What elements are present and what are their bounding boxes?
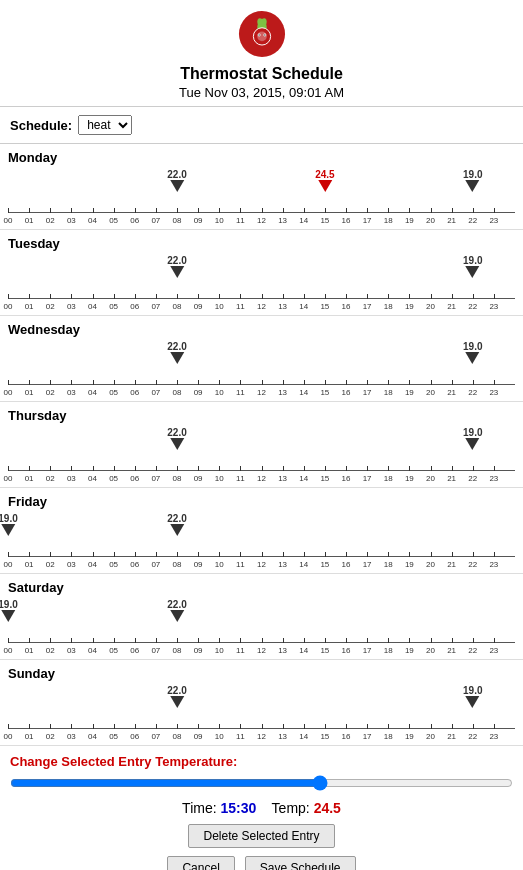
timeline-saturday[interactable]: 0001020304050607080910111213141516171819… [8,597,515,655]
hour-label: 08 [173,732,182,741]
timeline-tuesday[interactable]: 0001020304050607080910111213141516171819… [8,253,515,311]
hour-label: 01 [25,560,34,569]
hour-label: 15 [320,646,329,655]
hour-label: 06 [130,560,139,569]
entry-arrow-icon [170,352,184,364]
hour-label: 18 [384,388,393,397]
cancel-button[interactable]: Cancel [167,856,234,870]
ruler-tick [473,208,474,213]
ruler-tick [431,638,432,643]
ruler-tick [367,638,368,643]
hour-label: 09 [194,646,203,655]
ruler-tick [71,552,72,557]
save-button[interactable]: Save Schedule [245,856,356,870]
ruler-tick [325,466,326,471]
ruler-tick [50,380,51,385]
change-temp-label: Change Selected Entry Temperature: [10,754,513,769]
hour-label: 16 [342,302,351,311]
hour-label: 21 [447,646,456,655]
entry-arrow-icon [170,438,184,450]
hour-label: 14 [299,388,308,397]
entry-marker[interactable]: 19.0 [0,599,18,622]
hour-label: 07 [151,560,160,569]
day-name-monday: Monday [8,150,515,165]
schedule-dropdown[interactable]: heat cool fan [78,115,132,135]
ruler-tick [219,208,220,213]
hour-label: 16 [342,732,351,741]
entry-marker[interactable]: 22.0 [167,599,186,622]
ruler-tick [325,552,326,557]
ruler-tick [177,638,178,643]
ruler-tick [473,294,474,299]
ruler-tick [262,638,263,643]
hour-label: 13 [278,732,287,741]
ruler-tick [325,294,326,299]
ruler-tick [114,724,115,729]
ruler-tick [29,466,30,471]
ruler-tick [219,552,220,557]
hour-label: 03 [67,732,76,741]
entry-marker[interactable]: 22.0 [167,341,186,364]
ruler-tick [304,466,305,471]
ruler-tick [240,294,241,299]
ruler-tick [409,552,410,557]
ruler-tick [50,208,51,213]
entry-marker[interactable]: 24.5 [315,169,334,192]
hour-label: 02 [46,646,55,655]
timeline-friday[interactable]: 0001020304050607080910111213141516171819… [8,511,515,569]
ruler-tick [71,380,72,385]
entry-arrow-icon [170,524,184,536]
hour-label: 06 [130,302,139,311]
temp-slider[interactable] [10,775,513,791]
hour-label: 15 [320,216,329,225]
timeline-wednesday[interactable]: 0001020304050607080910111213141516171819… [8,339,515,397]
entry-marker[interactable]: 19.0 [463,255,482,278]
ruler-tick [473,724,474,729]
ruler-tick [198,380,199,385]
entry-arrow-icon [1,524,15,536]
hour-label: 06 [130,474,139,483]
entry-temp-label: 22.0 [167,685,186,696]
ruler-tick [494,552,495,557]
hour-label: 01 [25,216,34,225]
hour-label: 03 [67,474,76,483]
ruler-tick [452,380,453,385]
entry-marker[interactable]: 22.0 [167,255,186,278]
entry-marker[interactable]: 19.0 [463,685,482,708]
entry-marker[interactable]: 19.0 [463,427,482,450]
timeline-thursday[interactable]: 0001020304050607080910111213141516171819… [8,425,515,483]
entry-marker[interactable]: 22.0 [167,685,186,708]
ruler-tick [346,466,347,471]
hour-label: 09 [194,732,203,741]
day-name-friday: Friday [8,494,515,509]
entry-marker[interactable]: 19.0 [0,513,18,536]
ruler-tick [367,724,368,729]
entry-marker[interactable]: 19.0 [463,341,482,364]
delete-button[interactable]: Delete Selected Entry [188,824,334,848]
ruler-tick [198,724,199,729]
entry-marker[interactable]: 19.0 [463,169,482,192]
ruler-tick [409,638,410,643]
ruler-tick [473,380,474,385]
ruler-tick [494,638,495,643]
hour-label: 10 [215,646,224,655]
hour-label: 02 [46,216,55,225]
entry-temp-label: 19.0 [463,255,482,266]
hour-label: 20 [426,388,435,397]
ruler-tick [8,638,9,643]
entry-marker[interactable]: 22.0 [167,427,186,450]
entry-temp-label: 22.0 [167,427,186,438]
ruler-tick [219,294,220,299]
hour-label: 22 [468,388,477,397]
timeline-sunday[interactable]: 0001020304050607080910111213141516171819… [8,683,515,741]
entry-marker[interactable]: 22.0 [167,513,186,536]
entry-marker[interactable]: 22.0 [167,169,186,192]
hour-label: 16 [342,216,351,225]
hour-label: 16 [342,560,351,569]
ruler-tick [388,466,389,471]
hour-label: 17 [363,732,372,741]
ruler-tick [71,638,72,643]
hour-label: 04 [88,216,97,225]
timeline-monday[interactable]: 0001020304050607080910111213141516171819… [8,167,515,225]
ruler-tick [262,294,263,299]
